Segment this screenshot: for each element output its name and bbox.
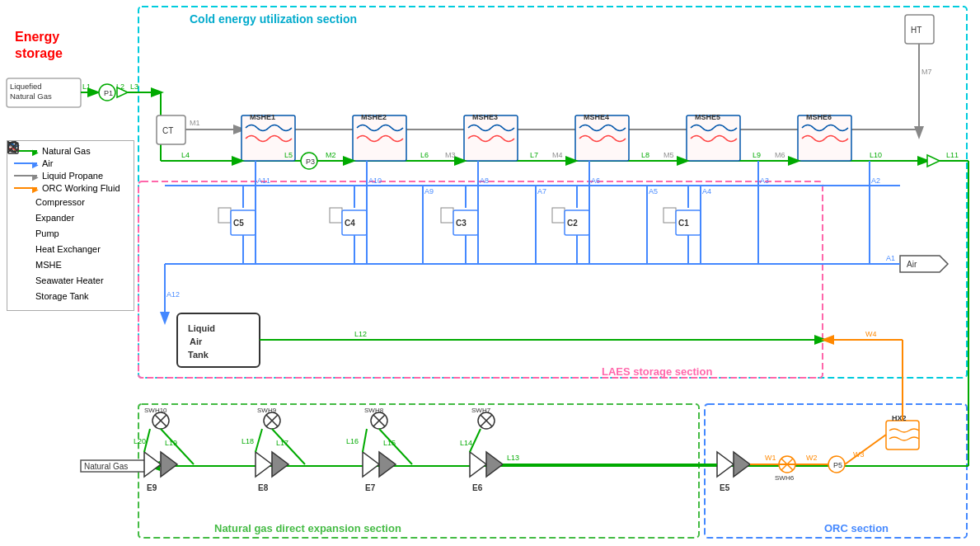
mshe4-label: MSHE4 [584, 113, 609, 121]
mshe2-label: MSHE2 [361, 113, 387, 121]
svg-rect-129 [8, 143, 18, 153]
legend-storage-tank: Storage Tank [14, 289, 127, 303]
ct-label: CT [162, 126, 173, 135]
lng-label: Liquefied [10, 82, 42, 91]
l1-label: L1 [82, 82, 91, 91]
diagram: Cold energy utilization section LAES sto… [0, 0, 980, 546]
l3-label: L3 [130, 82, 138, 91]
mshe1-label: MSHE1 [250, 113, 275, 121]
svg-text:storage: storage [15, 46, 63, 60]
ht-label: HT [911, 26, 921, 35]
m1-label: M1 [190, 119, 200, 127]
mshe6-label: MSHE6 [806, 113, 832, 121]
m7-label: M7 [921, 68, 932, 76]
cold-energy-label: Cold energy utilization section [190, 12, 357, 26]
mshe5-label: MSHE5 [695, 113, 720, 121]
p1-label: P1 [104, 89, 113, 97]
mshe3-label: MSHE3 [472, 113, 498, 121]
legend: ▶ Natural Gas ▶ Air ▶ Liquid Propane ▶ O… [7, 140, 134, 311]
energy-storage-label: Energy [15, 30, 59, 44]
svg-text:Natural Gas: Natural Gas [10, 92, 52, 101]
